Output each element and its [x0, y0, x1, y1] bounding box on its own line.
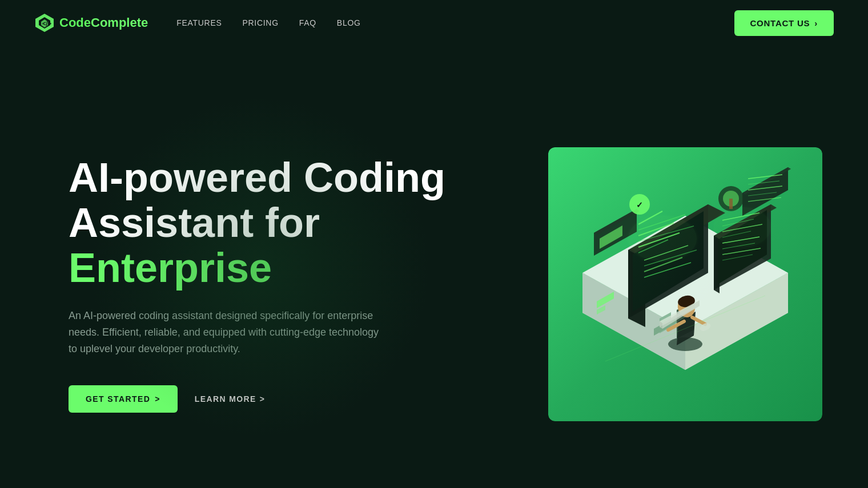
nav-left: </> CodeComplete FEATURES PRICING FAQ BL…: [34, 13, 361, 33]
nav-faq[interactable]: FAQ: [299, 18, 316, 27]
hero-content: AI-powered Coding Assistant for Enterpri…: [69, 155, 468, 413]
nav-links: FEATURES PRICING FAQ BLOG: [176, 18, 360, 28]
hero-section: AI-powered Coding Assistant for Enterpri…: [0, 46, 868, 488]
logo-text: CodeComplete: [59, 15, 148, 30]
arrow-icon: >: [260, 394, 266, 404]
svg-point-65: [628, 216, 697, 261]
nav-pricing[interactable]: PRICING: [243, 18, 279, 27]
contact-us-button[interactable]: CONTACT US ›: [734, 10, 834, 36]
learn-more-button[interactable]: LEARN MORE >: [195, 394, 266, 404]
svg-text:</>: </>: [42, 20, 51, 27]
get-started-button[interactable]: GET STARTED >: [69, 385, 178, 413]
svg-point-66: [714, 207, 771, 247]
navbar: </> CodeComplete FEATURES PRICING FAQ BL…: [0, 0, 868, 46]
svg-text:✓: ✓: [636, 200, 643, 209]
nav-blog[interactable]: BLOG: [337, 18, 361, 27]
logo-icon: </>: [34, 13, 55, 33]
arrow-icon: ›: [814, 18, 818, 28]
hero-subtitle: An AI-powered coding assistant designed …: [69, 308, 388, 357]
arrow-icon: >: [155, 394, 160, 404]
svg-rect-64: [729, 199, 733, 209]
nav-features[interactable]: FEATURES: [176, 18, 222, 27]
hero-buttons: GET STARTED > LEARN MORE >: [69, 385, 468, 413]
hero-title: AI-powered Coding Assistant for Enterpri…: [69, 155, 468, 291]
logo[interactable]: </> CodeComplete: [34, 13, 148, 33]
hero-illustration: ✓: [548, 147, 822, 421]
hero-image: ✓: [468, 147, 834, 421]
